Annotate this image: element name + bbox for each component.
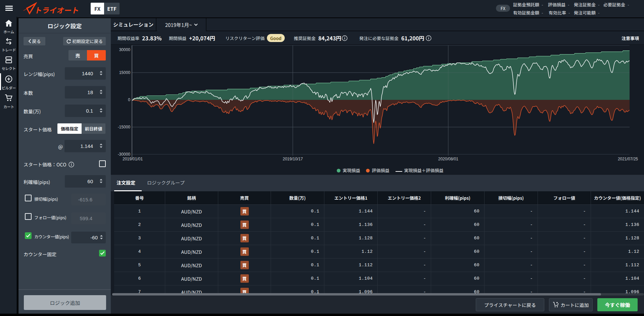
svg-text:2021/07/25: 2021/07/25 [618,157,638,161]
svg-text:-30000: -30000 [118,152,131,157]
svg-text:-15000: -15000 [118,125,131,129]
svg-text:2019/01/01: 2019/01/01 [123,157,143,161]
svg-text:30000: 30000 [119,47,131,52]
svg-text:15000: 15000 [119,70,131,75]
svg-text:2019/10/17: 2019/10/17 [283,157,303,161]
svg-text:0: 0 [128,97,130,102]
svg-text:2020/08/01: 2020/08/01 [438,157,458,161]
